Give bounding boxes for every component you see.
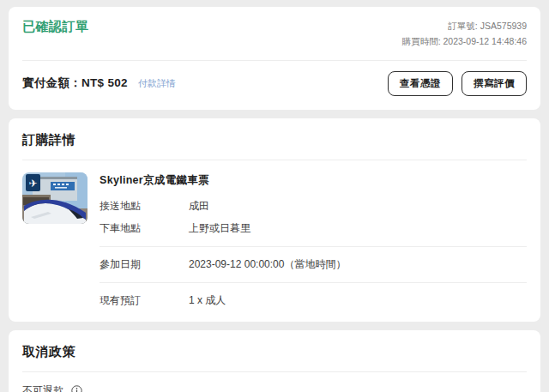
cancellation-policy-card: 取消政策 不可退款 不可更改 xyxy=(9,330,540,392)
info-icon[interactable] xyxy=(71,385,82,392)
dropoff-label: 下車地點 xyxy=(100,221,189,236)
no-refund-label: 不可退款 xyxy=(22,383,63,392)
view-voucher-button[interactable]: 查看憑證 xyxy=(388,71,453,96)
booking-row: 現有預訂 1 x 成人 xyxy=(100,293,527,308)
write-review-button[interactable]: 撰寫評價 xyxy=(462,71,527,96)
payment-summary: 實付金額：NT$ 502 付款詳情 xyxy=(22,75,176,91)
order-header-card: 已確認訂單 訂單號: JSA575939 購買時間: 2023-09-12 14… xyxy=(9,7,540,110)
booking-label: 現有預訂 xyxy=(100,293,189,308)
pickup-value: 成田 xyxy=(189,199,209,214)
order-status-title: 已確認訂單 xyxy=(22,19,89,35)
dropoff-row: 下車地點 上野或日暮里 xyxy=(100,221,527,236)
date-value: 2023-09-12 00:00:00（當地時間） xyxy=(189,257,346,272)
order-number: 訂單號: JSA575939 xyxy=(402,19,527,34)
skyliner-train-photo-icon: ✈ xyxy=(22,172,87,224)
order-meta: 訂單號: JSA575939 購買時間: 2023-09-12 14:48:46 xyxy=(402,19,527,50)
order-header-top: 已確認訂單 訂單號: JSA575939 購買時間: 2023-09-12 14… xyxy=(9,7,540,60)
pickup-label: 接送地點 xyxy=(100,199,189,214)
order-details-title: 訂購詳情 xyxy=(9,118,540,160)
order-confirmation-page: 已確認訂單 訂單號: JSA575939 購買時間: 2023-09-12 14… xyxy=(0,0,549,392)
row-divider xyxy=(100,282,527,283)
payment-row: 實付金額：NT$ 502 付款詳情 查看憑證 撰寫評價 xyxy=(9,61,540,110)
product-block: ✈ Skyliner京成電鐵車票 接送地點 成田 下車地點 上野或日暮里 xyxy=(9,160,540,322)
product-title: Skyliner京成電鐵車票 xyxy=(100,173,527,188)
pickup-row: 接送地點 成田 xyxy=(100,199,527,214)
cancellation-policy-title: 取消政策 xyxy=(9,330,540,371)
dropoff-value: 上野或日暮里 xyxy=(189,221,250,236)
header-actions: 查看憑證 撰寫評價 xyxy=(388,71,527,96)
paid-amount: 實付金額：NT$ 502 xyxy=(22,75,128,91)
payment-details-link[interactable]: 付款詳情 xyxy=(138,77,176,90)
svg-text:✈: ✈ xyxy=(28,177,37,189)
date-row: 參加日期 2023-09-12 00:00:00（當地時間） xyxy=(100,257,527,272)
no-refund-row: 不可退款 xyxy=(9,372,540,392)
product-thumbnail[interactable]: ✈ xyxy=(22,172,87,224)
purchase-time: 購買時間: 2023-09-12 14:48:46 xyxy=(402,34,527,50)
product-info: Skyliner京成電鐵車票 接送地點 成田 下車地點 上野或日暮里 參加日期 … xyxy=(100,172,527,308)
order-details-card: 訂購詳情 ✈ xyxy=(9,118,540,322)
row-divider xyxy=(100,246,527,247)
date-label: 參加日期 xyxy=(100,257,189,272)
booking-value: 1 x 成人 xyxy=(189,293,226,308)
